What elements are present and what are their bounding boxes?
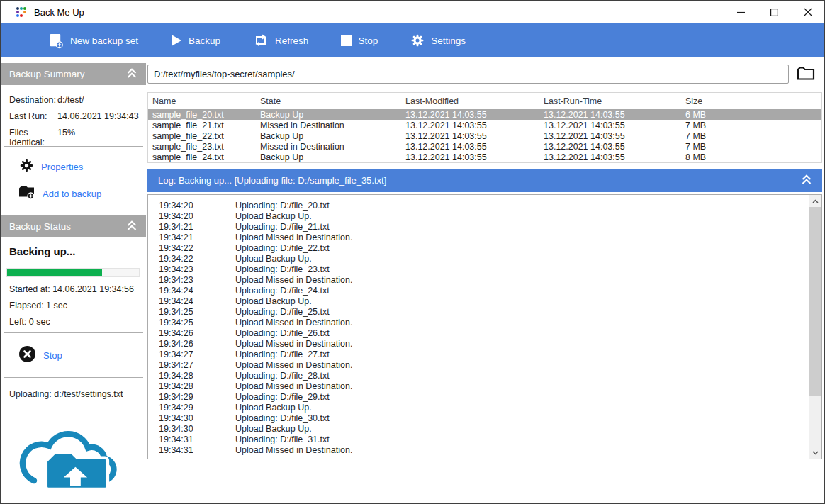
new-backup-set-icon	[47, 33, 64, 49]
summary-field: Files Identical:15%	[9, 121, 142, 147]
table-cell: 13.12.2021 14:03:55	[544, 121, 685, 130]
scroll-down-button[interactable]	[809, 447, 821, 459]
backup-status-header[interactable]: Backup Status	[1, 215, 146, 237]
log-time: 19:34:25	[159, 307, 235, 317]
new-backup-set-button[interactable]: New backup set	[47, 33, 138, 49]
column-header[interactable]: Name	[152, 96, 260, 106]
close-button[interactable]	[791, 1, 824, 23]
column-header[interactable]: Size	[685, 96, 821, 106]
add-to-backup-link[interactable]: Add to backup	[18, 184, 101, 203]
log-message: Upload Missed in Destination.	[235, 233, 809, 242]
table-cell: 13.12.2021 14:03:55	[405, 152, 544, 162]
toolbar-label: Refresh	[275, 35, 308, 46]
log-entry: 19:34:21Upload Missed in Destination.	[148, 232, 809, 242]
column-header[interactable]: State	[260, 96, 405, 106]
table-cell: 13.12.2021 14:03:55	[544, 152, 685, 162]
column-header[interactable]: Last-Run-Time	[544, 96, 685, 106]
log-message: Uploading: D:/file_25.txt	[235, 307, 809, 317]
backup-summary-fields: Destination:d:/test/Last Run:14.06.2021 …	[9, 89, 142, 147]
log-entry: 19:34:26Uploading: D:/file_26.txt	[148, 327, 809, 338]
log-entry: 19:34:27Uploading: D:/file_27.txt	[148, 349, 809, 359]
log-time: 19:34:21	[159, 222, 235, 232]
log-header[interactable]: Log: Backing up... [Uploading file: D:/s…	[147, 169, 822, 192]
collapse-chevron-icon[interactable]	[125, 218, 139, 235]
stop-label: Stop	[43, 350, 62, 361]
window-title: Back Me Up	[34, 7, 84, 18]
log-time: 19:34:23	[159, 264, 235, 274]
divider	[4, 332, 143, 333]
log-time: 19:34:30	[159, 413, 235, 423]
file-table-body: sample_file_20.txtBackup Up13.12.2021 14…	[148, 109, 821, 162]
table-cell: 13.12.2021 14:03:55	[405, 142, 544, 152]
log-entry: 19:34:26Upload Missed in Destination.	[148, 338, 809, 349]
log-entry: 19:34:28Upload Missed in Destination.	[148, 381, 809, 391]
log-entry: 19:34:22Upload Backup Up.	[148, 253, 809, 264]
log-time: 19:34:28	[159, 381, 235, 391]
collapse-chevron-icon[interactable]	[799, 172, 814, 189]
log-time: 19:34:20	[159, 201, 235, 211]
log-entry: 19:34:24Upload Backup Up.	[148, 296, 809, 306]
collapse-chevron-icon[interactable]	[125, 66, 139, 82]
app-window: Back Me Up New backup set	[0, 0, 825, 504]
backup-button[interactable]: Backup	[171, 34, 220, 47]
field-value: 14.06.2021 19:34:43	[57, 111, 139, 121]
table-cell: Backup Up	[260, 131, 405, 141]
log-time: 19:34:27	[159, 360, 235, 370]
table-row[interactable]: sample_file_21.txtMissed in Destination1…	[148, 120, 821, 130]
log-message: Upload Backup Up.	[235, 403, 809, 413]
log-message: Uploading: D:/file_24.txt	[235, 286, 809, 296]
app-logo-icon	[16, 7, 27, 18]
scrollbar-thumb[interactable]	[809, 207, 821, 396]
table-cell: 13.12.2021 14:03:55	[544, 131, 685, 141]
minimize-button[interactable]	[724, 1, 758, 23]
log-entry: 19:34:31Uploading: D:/file_31.txt	[148, 434, 809, 444]
browse-folder-button[interactable]	[795, 66, 816, 83]
log-message: Upload Missed in Destination.	[235, 445, 809, 455]
log-time: 19:34:29	[159, 392, 235, 402]
scroll-up-button[interactable]	[809, 195, 821, 207]
properties-link[interactable]: Properties	[19, 158, 83, 176]
table-cell: Missed in Destination	[260, 142, 405, 152]
settings-button[interactable]: Settings	[410, 33, 466, 47]
backup-summary-header[interactable]: Backup Summary	[1, 63, 146, 85]
log-entry: 19:34:30Upload Backup Up.	[148, 423, 809, 434]
add-folder-icon	[18, 184, 35, 203]
log-time: 19:34:31	[159, 445, 235, 455]
table-cell: 13.12.2021 14:03:55	[544, 110, 685, 120]
table-cell: 13.12.2021 14:03:55	[405, 110, 544, 120]
table-row[interactable]: sample_file_20.txtBackup Up13.12.2021 14…	[148, 109, 821, 120]
column-header[interactable]: Last-Modified	[405, 96, 544, 106]
log-entry: 19:34:22Uploading: D:/file_22.txt	[148, 242, 809, 253]
table-row[interactable]: sample_file_23.txtMissed in Destination1…	[148, 141, 821, 152]
log-time: 19:34:31	[159, 435, 235, 444]
log-entry: 19:34:23Uploading: D:/file_23.txt	[148, 264, 809, 274]
refresh-button[interactable]: Refresh	[253, 33, 308, 48]
maximize-button[interactable]	[758, 1, 791, 23]
stop-backup-link[interactable]: Stop	[18, 345, 62, 366]
log-message: Uploading: D:/file_30.txt	[235, 413, 809, 423]
field-label: Files Identical:	[9, 128, 57, 147]
log-message: Uploading: D:/file_20.txt	[235, 201, 809, 211]
left-text: Left: 0 sec	[9, 317, 50, 327]
log-scrollbar[interactable]	[809, 195, 821, 459]
uploading-text: Uploading: d:/test/settings.txt	[9, 389, 123, 400]
play-icon	[171, 34, 182, 47]
log-entry: 19:34:25Uploading: D:/file_25.txt	[148, 306, 809, 317]
gear-icon	[410, 33, 425, 47]
titlebar: Back Me Up	[1, 1, 824, 23]
table-row[interactable]: sample_file_22.txtBackup Up13.12.2021 14…	[148, 130, 821, 141]
table-cell: sample_file_20.txt	[152, 110, 260, 120]
table-row[interactable]: sample_file_24.txtBackup Up13.12.2021 14…	[148, 152, 821, 162]
log-time: 19:34:27	[159, 349, 235, 359]
field-label: Last Run:	[9, 111, 57, 121]
toolbar-label: Stop	[358, 35, 378, 46]
toolbar: New backup set Backup Refresh Stop	[1, 23, 824, 57]
stop-button[interactable]: Stop	[341, 35, 378, 46]
table-cell: 6 MB	[685, 110, 821, 120]
stop-square-icon	[341, 35, 352, 46]
table-cell: sample_file_24.txt	[152, 152, 260, 162]
log-time: 19:34:28	[159, 371, 235, 381]
summary-field: Destination:d:/test/	[9, 89, 142, 105]
path-input[interactable]	[147, 65, 789, 84]
backup-summary-title: Backup Summary	[9, 69, 85, 79]
